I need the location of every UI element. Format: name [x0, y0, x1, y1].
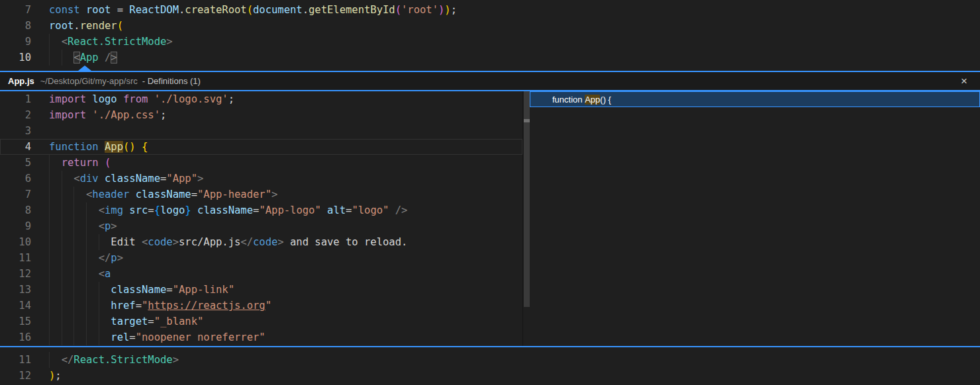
code-token: (: [117, 20, 123, 32]
code-content: <div className="App">: [49, 171, 203, 187]
code-token: =: [253, 204, 259, 216]
line-number[interactable]: 5: [0, 155, 31, 171]
code-line[interactable]: 9 <React.StrictMode>: [0, 34, 980, 50]
main-editor-below-peek[interactable]: 11 </React.StrictMode>12);: [0, 347, 980, 384]
code-token: App: [105, 141, 123, 153]
line-number[interactable]: 2: [0, 107, 31, 123]
code-line[interactable]: 16 rel="noopener noreferrer": [0, 329, 522, 345]
line-number[interactable]: 4: [0, 139, 31, 155]
code-token: >: [111, 220, 117, 232]
code-token: const: [49, 4, 86, 16]
code-token: [49, 189, 86, 200]
code-content: <header className="App-header">: [49, 187, 277, 202]
code-line[interactable]: 12 <a: [0, 266, 522, 282]
peek-body: 1import logo from './logo.svg';2import '…: [0, 91, 980, 346]
code-token: className: [105, 173, 160, 185]
code-line[interactable]: 12);: [0, 368, 980, 384]
code-token: ;: [451, 4, 457, 16]
code-token: (): [123, 141, 136, 153]
code-token: 'root': [401, 4, 438, 16]
peek-definitions-count: - Definitions (1): [142, 76, 201, 86]
line-number[interactable]: 6: [0, 171, 31, 187]
code-token: <: [142, 236, 148, 248]
line-number[interactable]: 13: [0, 282, 31, 298]
code-line[interactable]: 4function App() {: [0, 139, 522, 155]
code-token: <: [86, 189, 92, 200]
code-line[interactable]: 11 </React.StrictMode>: [0, 352, 980, 368]
code-token: [49, 252, 99, 264]
code-line[interactable]: 13 className="App-link": [0, 282, 522, 298]
line-number[interactable]: 11: [0, 352, 31, 368]
peek-file-name: App.js: [8, 76, 34, 86]
code-line[interactable]: 8root.render(: [0, 18, 980, 34]
code-token: root: [86, 4, 111, 16]
code-token: ;: [160, 109, 166, 121]
code-token: >: [197, 173, 203, 185]
code-line[interactable]: 6 <div className="App">: [0, 171, 522, 187]
line-number[interactable]: 12: [0, 266, 31, 282]
code-token: App: [585, 95, 600, 105]
close-icon[interactable]: ×: [957, 75, 971, 88]
line-number[interactable]: 10: [0, 234, 31, 250]
peek-editor-scrollbar[interactable]: [522, 91, 530, 346]
line-number[interactable]: 11: [0, 250, 31, 266]
code-token: React.StrictMode: [68, 36, 166, 48]
code-line[interactable]: 14 href="https://reactjs.org": [0, 298, 522, 314]
code-line[interactable]: 10 <App />: [0, 50, 980, 65]
code-token: "App": [166, 173, 197, 185]
code-token: img: [105, 204, 123, 216]
line-number[interactable]: 7: [0, 2, 31, 18]
vscode-editor: 7const root = ReactDOM.createRoot(docume…: [0, 0, 980, 385]
code-token: (: [247, 4, 253, 16]
code-token: {: [142, 141, 148, 153]
code-token: https://reactjs.org: [148, 300, 265, 312]
code-line[interactable]: 5 return (: [0, 155, 522, 171]
code-token: className: [136, 189, 191, 200]
definition-result-item[interactable]: function App() {: [530, 91, 980, 107]
code-line[interactable]: 8 <img src={logo} className="App-logo" a…: [0, 202, 522, 218]
peek-results-panel: function App() {: [530, 91, 980, 346]
code-content: </p>: [49, 250, 123, 266]
code-token: <: [99, 220, 105, 232]
line-number[interactable]: 10: [0, 50, 31, 65]
code-line[interactable]: 9 <p>: [0, 218, 522, 234]
line-number[interactable]: 8: [0, 18, 31, 34]
code-line[interactable]: 11 </p>: [0, 250, 522, 266]
code-token: >: [111, 52, 117, 64]
line-number[interactable]: 14: [0, 298, 31, 314]
line-number[interactable]: 3: [0, 123, 31, 139]
code-token: {: [154, 204, 160, 216]
line-number[interactable]: 9: [0, 34, 31, 50]
code-token: rel: [111, 331, 129, 343]
code-content: root.render(: [49, 18, 123, 34]
code-line[interactable]: 3: [0, 123, 522, 139]
code-line[interactable]: 1import logo from './logo.svg';: [0, 91, 522, 107]
code-line[interactable]: 10 Edit <code>src/App.js</code> and save…: [0, 234, 522, 250]
code-token: =: [136, 300, 142, 312]
line-number[interactable]: 8: [0, 202, 31, 218]
scrollbar-thumb[interactable]: [524, 91, 530, 307]
code-token: root: [49, 20, 74, 32]
code-token: className: [111, 284, 166, 296]
scrollbar-overview-mark: [524, 119, 530, 122]
code-line[interactable]: 7const root = ReactDOM.createRoot(docume…: [0, 2, 980, 18]
code-token: "noopener noreferrer": [136, 331, 266, 343]
main-editor-above-peek[interactable]: 7const root = ReactDOM.createRoot(docume…: [0, 0, 980, 71]
line-number[interactable]: 16: [0, 329, 31, 345]
code-line[interactable]: 2import './App.css';: [0, 107, 522, 123]
peek-file-path: ~/Desktop/Git/my-app/src: [40, 76, 138, 86]
code-content: Edit <code>src/App.js</code> and save to…: [49, 234, 407, 250]
code-line[interactable]: 7 <header className="App-header">: [0, 187, 522, 202]
line-number[interactable]: 1: [0, 91, 31, 107]
line-number[interactable]: 15: [0, 314, 31, 329]
line-number[interactable]: 9: [0, 218, 31, 234]
code-token: [99, 173, 105, 185]
code-line[interactable]: 15 target="_blank": [0, 314, 522, 329]
line-number[interactable]: 7: [0, 187, 31, 202]
code-token: "App-header": [197, 189, 271, 200]
line-number[interactable]: 12: [0, 368, 31, 384]
code-content: target="_blank": [49, 314, 203, 329]
code-token: code: [148, 236, 172, 248]
code-token: }: [185, 204, 191, 216]
peek-editor[interactable]: 1import logo from './logo.svg';2import '…: [0, 91, 522, 346]
